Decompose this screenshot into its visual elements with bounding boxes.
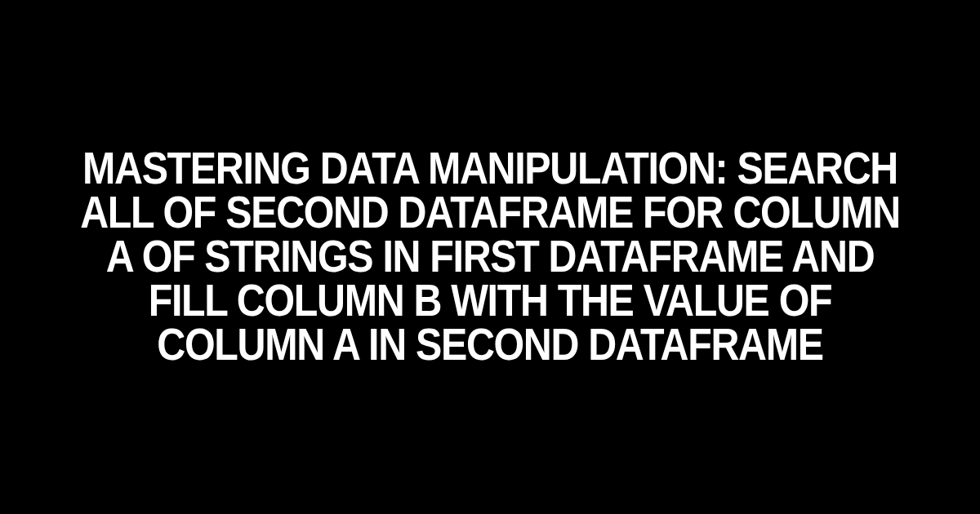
- headline-text: Mastering Data Manipulation: Search All …: [59, 147, 921, 366]
